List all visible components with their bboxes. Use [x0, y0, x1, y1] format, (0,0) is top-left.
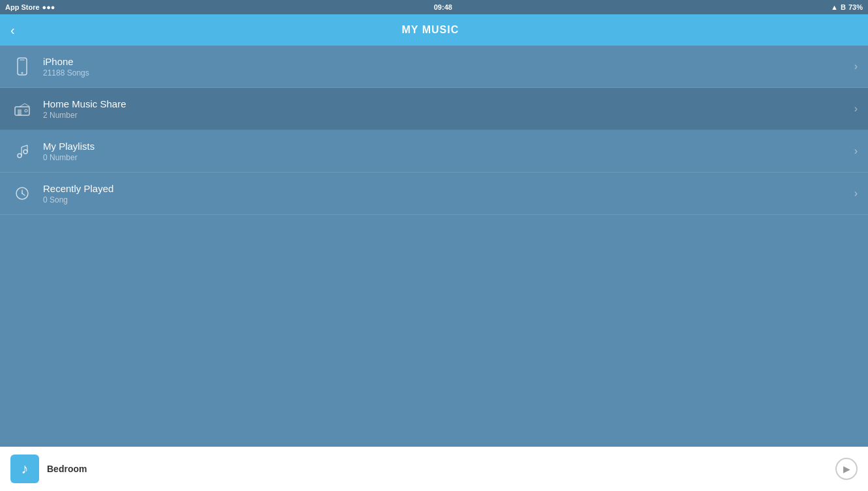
- np-play-button[interactable]: ▶: [835, 458, 858, 480]
- music-item-sub-iphone: 21188 Songs: [43, 68, 854, 77]
- status-bar-panel3: App Store ●●● 09:48 ▲ B 73%: [0, 0, 868, 14]
- music-item-playlists[interactable]: My Playlists 0 Number ›: [0, 130, 868, 173]
- np-title: Bedroom: [47, 464, 828, 474]
- status-right-p3: ▲ B 73%: [831, 3, 863, 11]
- panel-my-music: App Store ●●● 09:48 ▲ B 73% ‹ MY MUSIC i…: [0, 0, 868, 491]
- music-item-info-iphone: iPhone 21188 Songs: [43, 56, 854, 77]
- svg-rect-17: [18, 109, 22, 115]
- svg-point-14: [22, 72, 23, 74]
- music-item-info-playlists: My Playlists 0 Number: [43, 141, 854, 162]
- svg-point-18: [25, 109, 27, 112]
- my-music-nav: ‹ MY MUSIC: [0, 14, 868, 46]
- back-button-p3[interactable]: ‹: [10, 23, 15, 38]
- music-item-recently-played[interactable]: Recently Played 0 Song ›: [0, 173, 868, 215]
- music-item-info-recent: Recently Played 0 Song: [43, 183, 854, 204]
- svg-line-23: [22, 145, 27, 147]
- music-item-home-share[interactable]: Home Music Share 2 Number ›: [0, 88, 868, 130]
- home-share-icon: [10, 97, 34, 120]
- np-album-art: ♪: [10, 455, 39, 483]
- time-p3: 09:48: [434, 3, 452, 11]
- play-icon: ▶: [843, 464, 850, 474]
- carrier-p3: App Store: [5, 3, 40, 11]
- signal-p3: ●●●: [42, 3, 55, 11]
- clock-icon: [10, 182, 34, 205]
- music-item-sub-playlists: 0 Number: [43, 153, 854, 162]
- music-item-sub-home: 2 Number: [43, 111, 854, 120]
- chevron-home: ›: [854, 103, 858, 115]
- bt-icon-p3: B: [841, 3, 846, 11]
- my-music-list: iPhone 21188 Songs › Home Music Share 2 …: [0, 46, 868, 491]
- status-left-p3: App Store ●●●: [5, 3, 55, 11]
- chevron-playlists: ›: [854, 145, 858, 157]
- music-note-icon: ♪: [22, 460, 29, 477]
- gps-icon-p3: ▲: [831, 3, 838, 11]
- music-item-iphone[interactable]: iPhone 21188 Songs ›: [0, 46, 868, 88]
- music-item-title-home: Home Music Share: [43, 98, 854, 109]
- chevron-iphone: ›: [854, 61, 858, 72]
- np-info: Bedroom: [47, 464, 828, 474]
- music-item-sub-recent: 0 Song: [43, 195, 854, 204]
- music-item-title-playlists: My Playlists: [43, 141, 854, 152]
- svg-point-21: [18, 154, 22, 158]
- playlist-icon: [10, 139, 34, 163]
- music-item-info-home: Home Music Share 2 Number: [43, 98, 854, 120]
- my-music-title: MY MUSIC: [23, 24, 838, 36]
- battery-p3: 73%: [848, 3, 863, 11]
- music-item-title-recent: Recently Played: [43, 183, 854, 194]
- chevron-recent: ›: [854, 188, 858, 199]
- svg-line-28: [22, 193, 25, 195]
- iphone-icon: [10, 55, 34, 78]
- svg-point-25: [23, 150, 27, 154]
- now-playing-bar[interactable]: ♪ Bedroom ▶: [0, 447, 868, 491]
- music-item-title-iphone: iPhone: [43, 56, 854, 67]
